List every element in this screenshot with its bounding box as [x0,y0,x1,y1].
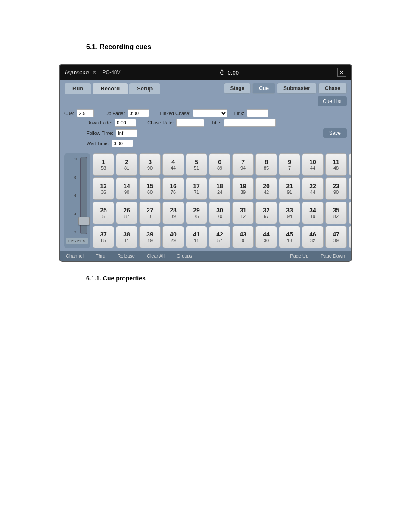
channel-val-31: 12 [240,214,246,219]
channel-val-6: 89 [217,166,222,171]
channel-btn-3[interactable]: 390 [139,153,161,176]
cue-list-button[interactable]: Cue List [318,96,347,106]
wait-time-input[interactable] [112,140,133,147]
channel-num-8: 8 [265,159,268,165]
channel-num-23: 23 [333,183,339,189]
up-fade-label: Up Fade: [105,111,125,116]
channel-btn-21[interactable]: 2191 [279,177,300,200]
channel-btn-32[interactable]: 3267 [255,202,277,224]
channel-btn-36[interactable]: 3631 [349,202,352,224]
channel-btn-25[interactable]: 255 [93,202,114,224]
channel-btn-40[interactable]: 4029 [162,226,184,248]
channel-num-39: 39 [146,231,153,237]
channel-btn-11[interactable]: 1148 [325,153,347,176]
link-input[interactable] [247,109,268,117]
channel-btn-2[interactable]: 281 [116,153,137,176]
bottom-btn-groups[interactable]: Groups [175,252,194,259]
bottom-btn-clear-all[interactable]: Clear All [145,252,166,259]
bottom-btn-thru[interactable]: Thru [94,252,107,259]
channel-btn-23[interactable]: 2390 [325,177,347,200]
channel-btn-43[interactable]: 439 [232,226,254,248]
channel-val-30: 70 [217,214,222,219]
bottom-btn-page-up[interactable]: Page Up [288,252,310,259]
channel-btn-46[interactable]: 4632 [302,226,324,248]
up-fade-input[interactable] [128,109,149,117]
channel-btn-28[interactable]: 2839 [162,202,184,224]
bottom-btn-channel[interactable]: Channel [64,252,85,259]
channel-btn-22[interactable]: 2244 [302,177,324,200]
follow-time-input[interactable] [116,129,137,137]
down-fade-input[interactable] [115,119,136,127]
channel-btn-29[interactable]: 2975 [186,202,207,224]
channel-num-25: 25 [100,207,107,213]
channel-val-47: 39 [333,238,339,243]
channel-btn-18[interactable]: 1824 [209,177,230,200]
chase-rate-input[interactable] [176,119,204,127]
channel-num-34: 34 [309,207,316,213]
channel-btn-37[interactable]: 3765 [93,226,114,248]
mode-cue[interactable]: Cue [252,83,275,94]
channel-btn-10[interactable]: 1044 [302,153,324,176]
channel-btn-15[interactable]: 1560 [139,177,161,200]
channel-btn-19[interactable]: 1939 [232,177,254,200]
mode-submaster[interactable]: Submaster [277,83,317,94]
channel-btn-4[interactable]: 444 [162,153,184,176]
channel-val-25: 5 [102,214,105,219]
title-bar-center: ⏱ 0:00 [219,69,239,76]
channel-num-9: 9 [288,159,291,165]
bottom-btn-release[interactable]: Release [116,252,137,259]
channel-btn-41[interactable]: 4111 [186,226,207,248]
channel-btn-35[interactable]: 3582 [325,202,347,224]
channel-val-28: 39 [171,214,176,219]
channel-btn-5[interactable]: 551 [186,153,207,176]
channel-btn-8[interactable]: 885 [255,153,277,176]
channel-btn-30[interactable]: 3070 [209,202,230,224]
fader-section: 10 8 6 4 2 LEVELS [64,153,90,248]
channel-btn-9[interactable]: 97 [279,153,300,176]
fader-track[interactable] [80,157,87,234]
channel-btn-20[interactable]: 2042 [255,177,277,200]
save-button[interactable]: Save [323,128,347,138]
bottom-btn-page-down[interactable]: Page Down [319,252,347,259]
channel-btn-27[interactable]: 273 [139,202,161,224]
model-text: LPC-48V [100,69,121,75]
channel-num-1: 1 [102,159,105,165]
fader-handle[interactable] [78,217,90,225]
channel-btn-38[interactable]: 3811 [116,226,137,248]
channel-btn-44[interactable]: 4430 [255,226,277,248]
linked-chase-select[interactable] [193,109,227,117]
channel-btn-34[interactable]: 3419 [302,202,324,224]
channel-btn-12[interactable]: 1225 [349,153,352,176]
channel-btn-14[interactable]: 1490 [116,177,137,200]
close-button[interactable]: ✕ [337,68,346,77]
wait-time-label: Wait Time: [87,141,109,146]
channel-num-40: 40 [170,231,177,237]
channel-btn-16[interactable]: 1676 [162,177,184,200]
channel-btn-39[interactable]: 3919 [139,226,161,248]
mode-chase[interactable]: Chase [318,83,347,94]
channel-btn-1[interactable]: 158 [93,153,114,176]
cue-input[interactable] [77,109,94,117]
channel-btn-47[interactable]: 4739 [325,226,347,248]
channel-num-43: 43 [240,231,246,237]
channel-btn-17[interactable]: 1771 [186,177,207,200]
channel-btn-13[interactable]: 1336 [93,177,114,200]
channel-btn-31[interactable]: 3112 [232,202,254,224]
channel-btn-48[interactable]: 4843 [349,226,352,248]
channel-val-14: 90 [124,190,129,195]
channel-btn-6[interactable]: 689 [209,153,230,176]
channel-val-2: 81 [124,166,129,171]
tab-run[interactable]: Run [64,83,91,94]
mode-stage[interactable]: Stage [224,83,251,94]
channel-btn-24[interactable]: 2485 [349,177,352,200]
channel-num-46: 46 [309,231,316,237]
channel-val-18: 24 [217,190,222,195]
channel-btn-26[interactable]: 2687 [116,202,137,224]
tab-setup[interactable]: Setup [129,83,161,94]
title-input[interactable] [224,119,276,127]
channel-btn-45[interactable]: 4518 [279,226,300,248]
tab-record[interactable]: Record [92,83,128,94]
channel-btn-33[interactable]: 3394 [279,202,300,224]
channel-btn-7[interactable]: 794 [232,153,254,176]
channel-btn-42[interactable]: 4257 [209,226,230,248]
